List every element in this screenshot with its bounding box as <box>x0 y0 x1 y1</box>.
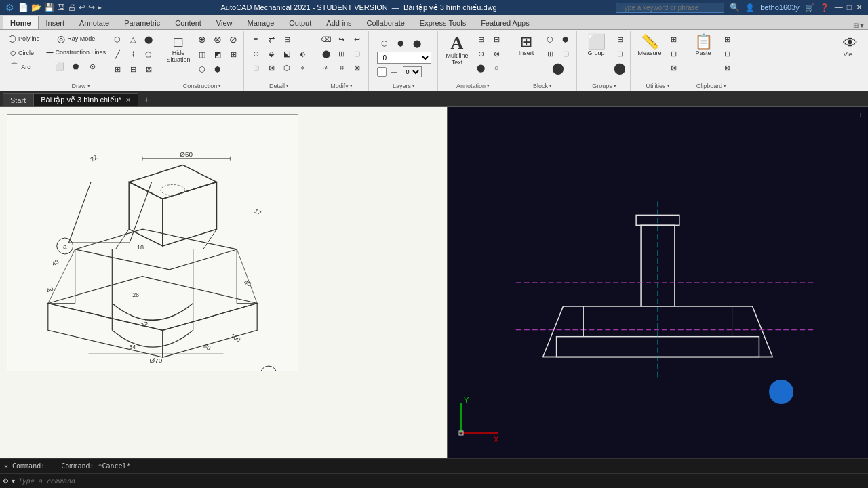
clipboard-group-label[interactable]: Clipboard ▾ <box>696 83 727 91</box>
open-icon[interactable]: 📂 <box>31 3 41 12</box>
block-group-label[interactable]: Block ▾ <box>533 83 552 91</box>
cmd-settings-icon[interactable]: ⚙ <box>3 477 9 485</box>
ann-icon1[interactable]: ⊞ <box>473 33 488 46</box>
mod-icon1[interactable]: ⌫ <box>319 33 334 46</box>
clip-icon3[interactable]: ⊠ <box>719 61 734 75</box>
con-icon6[interactable]: ⊞ <box>226 47 241 61</box>
mod-icon9[interactable]: ⊠ <box>350 61 365 75</box>
mod-icon3[interactable]: ↩ <box>350 33 365 46</box>
tab-express[interactable]: Express Tools <box>412 16 473 29</box>
cmd-dropdown-icon[interactable]: ▾ <box>12 477 15 485</box>
det-icon10[interactable]: ⬡ <box>279 61 294 75</box>
draw-extra2-icon[interactable]: ⬟ <box>68 60 83 73</box>
tab-home[interactable]: Home <box>3 16 39 29</box>
draw-icon2[interactable]: △ <box>125 33 140 46</box>
draw-icon9[interactable]: ⊠ <box>141 62 156 76</box>
mod-icon7[interactable]: ≁ <box>319 61 334 75</box>
minimize-btn[interactable]: — <box>835 3 843 12</box>
blk-icon2[interactable]: ⬢ <box>558 33 573 46</box>
draw-icon4[interactable]: ╱ <box>110 47 125 61</box>
det-icon8[interactable]: ⊞ <box>248 61 263 75</box>
annotation-group-label[interactable]: Annotation ▾ <box>456 83 490 91</box>
draw-icon6[interactable]: ⬠ <box>141 47 156 61</box>
con-icon1[interactable]: ⊕ <box>195 33 210 46</box>
modify-group-label[interactable]: Modify ▾ <box>330 83 353 91</box>
con-icon4[interactable]: ◫ <box>195 47 210 61</box>
mod-icon5[interactable]: ⊞ <box>334 47 349 60</box>
tab-insert[interactable]: Insert <box>39 16 73 29</box>
det-icon6[interactable]: ⬕ <box>279 47 294 60</box>
doc-tab-start[interactable]: Start <box>3 93 33 106</box>
clip-icon2[interactable]: ⊟ <box>719 47 734 60</box>
print-icon[interactable]: 🖨 <box>68 3 76 12</box>
viewport-minimize-icon[interactable]: — <box>850 110 858 119</box>
draw-group-label[interactable]: Draw ▾ <box>71 83 90 91</box>
group-button[interactable]: ⬜ Group <box>581 33 611 58</box>
view-button[interactable]: 👁 Vie... <box>835 34 865 60</box>
grp-icon1[interactable]: ⊞ <box>612 33 627 46</box>
det-icon11[interactable]: ⌖ <box>295 61 310 75</box>
command-input[interactable] <box>18 477 865 485</box>
mod-icon6[interactable]: ⊟ <box>350 47 365 60</box>
help-icon[interactable]: ❓ <box>820 3 829 12</box>
grp-icon2[interactable]: ⊟ <box>612 47 627 60</box>
det-icon3[interactable]: ⊟ <box>279 33 294 46</box>
more-icon[interactable]: ▸ <box>98 3 102 12</box>
con-icon7[interactable]: ⬡ <box>195 62 210 76</box>
blk-icon3[interactable]: ⊞ <box>542 47 557 60</box>
polyline-button[interactable]: ⬡ Polyline <box>5 33 43 45</box>
grp-icon3[interactable]: ⬤ <box>612 61 627 75</box>
tab-annotate[interactable]: Annotate <box>72 16 117 29</box>
mod-icon4[interactable]: ⬤ <box>319 47 334 60</box>
layers-group-label[interactable]: Layers ▾ <box>393 83 415 91</box>
blk-icon4[interactable]: ⊟ <box>558 47 573 60</box>
tab-output[interactable]: Output <box>281 16 319 29</box>
ann-icon4[interactable]: ⊗ <box>489 47 504 60</box>
con-icon8[interactable]: ⬢ <box>210 62 225 76</box>
undo-icon[interactable]: ↩ <box>79 3 85 12</box>
det-icon4[interactable]: ⊕ <box>248 47 263 60</box>
tab-featured[interactable]: Featured Apps <box>473 16 537 29</box>
search-icon[interactable]: 🔍 <box>730 3 740 12</box>
draw-icon3[interactable]: ⬤ <box>141 33 156 46</box>
layer-linetype-icon[interactable]: — <box>387 65 402 79</box>
mod-icon8[interactable]: ⌗ <box>334 61 349 75</box>
command-close-icon[interactable]: ✕ <box>4 462 8 470</box>
close-btn[interactable]: ✕ <box>856 3 863 12</box>
layer-value-dropdown[interactable]: 0 <box>403 66 422 77</box>
con-icon3[interactable]: ⊘ <box>226 33 241 46</box>
arc-button[interactable]: ⌒ Arc <box>7 61 41 73</box>
util-icon2[interactable]: ⊟ <box>666 47 681 60</box>
draw-icon5[interactable]: ⌇ <box>125 47 140 61</box>
det-icon1[interactable]: ≡ <box>248 33 263 46</box>
tab-content[interactable]: Content <box>167 16 209 29</box>
util-icon3[interactable]: ⊠ <box>666 61 681 75</box>
blk-icon5[interactable]: ⬤ <box>542 61 574 75</box>
doc-tab-close-icon[interactable]: ✕ <box>125 96 131 104</box>
construction-group-label[interactable]: Construction ▾ <box>183 83 222 91</box>
tab-collaborate[interactable]: Collaborate <box>359 16 412 29</box>
layer-icon1[interactable]: ⬡ <box>377 37 392 50</box>
workspace-switcher[interactable]: ⊞▼ <box>850 22 868 29</box>
ann-icon6[interactable]: ○ <box>489 61 504 75</box>
hide-situation-button[interactable]: □ HideSituation <box>163 33 193 65</box>
ann-icon2[interactable]: ⊟ <box>489 33 504 46</box>
cart-icon[interactable]: 🛒 <box>805 3 814 12</box>
doc-tab-add-button[interactable]: + <box>138 93 155 106</box>
tab-view[interactable]: View <box>209 16 240 29</box>
groups-group-label[interactable]: Groups ▾ <box>592 83 616 91</box>
det-icon7[interactable]: ⬖ <box>295 47 310 60</box>
maximize-btn[interactable]: □ <box>847 3 852 12</box>
paste-button[interactable]: 📋 Paste <box>688 33 718 58</box>
blue-circle-indicator[interactable] <box>769 380 793 404</box>
blk-icon1[interactable]: ⬡ <box>542 33 557 46</box>
measure-button[interactable]: 📏 Measure <box>635 33 665 58</box>
con-icon2[interactable]: ⊗ <box>210 33 225 46</box>
det-icon2[interactable]: ⇄ <box>264 33 279 46</box>
utilities-group-label[interactable]: Utilities ▾ <box>646 83 669 91</box>
draw-extra3-icon[interactable]: ⊙ <box>85 60 100 73</box>
draw-icon8[interactable]: ⊟ <box>125 62 140 76</box>
detail-group-label[interactable]: Detail ▾ <box>269 83 289 91</box>
draw-icon1[interactable]: ⬡ <box>110 33 125 46</box>
tab-manage[interactable]: Manage <box>240 16 282 29</box>
